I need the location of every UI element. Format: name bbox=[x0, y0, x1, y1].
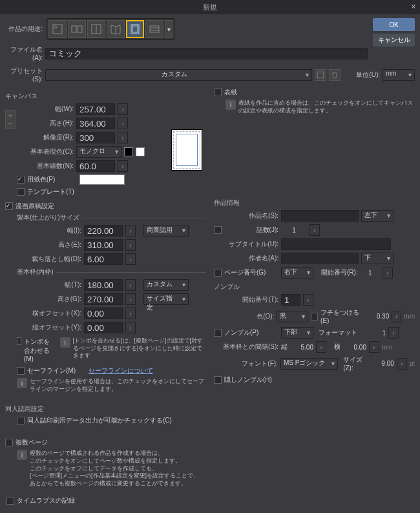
font-dropdown[interactable]: MS Pゴシック bbox=[280, 358, 338, 370]
gap-v-value: 5.00 bbox=[290, 344, 313, 351]
canvas-height-input[interactable] bbox=[76, 118, 115, 129]
edge-spin[interactable]: › bbox=[392, 311, 401, 322]
ok-button[interactable]: OK bbox=[373, 18, 415, 31]
canvas-height-label: 高さ(H): bbox=[22, 119, 74, 128]
usage-anim-icon[interactable] bbox=[145, 20, 163, 38]
frame-ox-spin[interactable]: › bbox=[125, 308, 136, 319]
bleed-spin[interactable]: › bbox=[125, 253, 136, 265]
canvas-lines-spin[interactable]: › bbox=[118, 160, 128, 172]
frame-oy-input[interactable] bbox=[84, 322, 123, 333]
size-spin[interactable]: › bbox=[397, 358, 407, 370]
episode-spin[interactable]: › bbox=[310, 224, 320, 236]
template-label: テンプレート(T) bbox=[27, 187, 74, 196]
bind-w-spin[interactable]: › bbox=[125, 225, 136, 236]
frame-oy-spin[interactable]: › bbox=[125, 322, 136, 333]
manga-checkbox[interactable] bbox=[5, 202, 13, 210]
multipage-checkbox[interactable] bbox=[5, 439, 13, 446]
cancel-button[interactable]: キャンセル bbox=[373, 34, 415, 47]
usage-illust-icon[interactable] bbox=[48, 20, 67, 38]
nombre-checkbox[interactable] bbox=[214, 329, 222, 337]
canvas-res-input[interactable] bbox=[76, 132, 115, 143]
usage-label: 作品の用途: bbox=[5, 25, 43, 34]
frame-h-spin[interactable]: › bbox=[125, 293, 136, 305]
canvas-width-input[interactable] bbox=[76, 103, 115, 115]
canvas-width-spin[interactable]: › bbox=[118, 103, 128, 115]
usage-book-icon[interactable] bbox=[107, 20, 125, 38]
doujin-title: 同人誌用設定 bbox=[5, 404, 415, 414]
nombre-start-input[interactable] bbox=[281, 294, 300, 306]
episode-checkbox[interactable] bbox=[214, 226, 222, 234]
safeline-checkbox[interactable] bbox=[17, 367, 25, 375]
preset-delete-icon[interactable] bbox=[329, 69, 341, 81]
workname-input[interactable] bbox=[281, 210, 359, 222]
startnum-spin[interactable]: › bbox=[383, 267, 393, 278]
frame-preset-dropdown[interactable]: カスタム bbox=[143, 279, 189, 291]
template-checkbox[interactable] bbox=[17, 188, 25, 196]
subtitle-input[interactable] bbox=[281, 238, 391, 250]
workname-pos-dropdown[interactable]: 左下 bbox=[361, 210, 394, 222]
paper-color-checkbox[interactable] bbox=[17, 176, 25, 183]
nombre-pos-dropdown[interactable]: 下部 bbox=[281, 327, 313, 339]
canvas-height-spin[interactable]: › bbox=[118, 118, 128, 129]
author-input[interactable] bbox=[281, 253, 359, 264]
doujin-check-checkbox[interactable] bbox=[17, 417, 25, 424]
hidden-nombre-label: 隠しノンブル(H) bbox=[224, 375, 272, 384]
gap-v-spin[interactable]: › bbox=[316, 341, 326, 353]
gap-h-spin[interactable]: › bbox=[369, 341, 379, 353]
svg-rect-11 bbox=[318, 72, 324, 78]
mm-unit: mm bbox=[404, 313, 415, 320]
swatch-white[interactable] bbox=[136, 147, 145, 156]
filename-label: ファイル名(A): bbox=[5, 45, 43, 61]
font-label: フォント(F): bbox=[214, 359, 278, 368]
bind-w-input[interactable] bbox=[84, 225, 123, 236]
canvas-lines-input[interactable] bbox=[76, 160, 115, 172]
window-title: 新規 bbox=[203, 3, 217, 12]
canvas-res-spin[interactable]: › bbox=[118, 132, 128, 143]
paper-color-swatch[interactable] bbox=[79, 174, 125, 185]
svg-rect-2 bbox=[72, 26, 76, 32]
nombre-start-spin[interactable]: › bbox=[303, 294, 313, 306]
canvas-color-dropdown[interactable]: モノクロ bbox=[76, 146, 121, 158]
usage-multi-icon[interactable] bbox=[68, 20, 86, 38]
usage-comic-icon[interactable] bbox=[126, 20, 144, 38]
safeline-link[interactable]: セーフラインについて bbox=[89, 366, 153, 375]
bind-h-input[interactable] bbox=[84, 239, 123, 251]
edge-checkbox[interactable] bbox=[311, 313, 318, 320]
unit-dropdown[interactable]: mm bbox=[383, 69, 415, 81]
frame-ox-input[interactable] bbox=[84, 308, 123, 319]
nombre-color-dropdown[interactable]: 黒 bbox=[277, 311, 308, 322]
frame-w-input[interactable] bbox=[84, 279, 123, 291]
unit-label: 単位(U): bbox=[356, 70, 380, 79]
format-label: フォーマット bbox=[319, 328, 357, 337]
mm-unit: mm bbox=[382, 344, 393, 351]
pagenum-checkbox[interactable] bbox=[214, 269, 222, 277]
hidden-nombre-checkbox[interactable] bbox=[214, 376, 222, 384]
bind-h-spin[interactable]: › bbox=[125, 239, 136, 251]
cover-checkbox[interactable] bbox=[214, 89, 222, 96]
timelapse-checkbox[interactable] bbox=[6, 497, 14, 505]
preset-dropdown[interactable]: カスタム bbox=[45, 69, 312, 81]
orientation-swap-icon[interactable] bbox=[5, 110, 16, 129]
filename-input[interactable] bbox=[45, 48, 368, 59]
bleed-input[interactable] bbox=[84, 253, 123, 265]
size-value: 9.00 bbox=[375, 360, 394, 367]
pagenum-pos-dropdown[interactable]: 右下 bbox=[281, 267, 313, 278]
size-spec-dropdown[interactable]: サイズ指定 bbox=[143, 293, 189, 305]
usage-dropdown-icon[interactable]: ▾ bbox=[165, 20, 173, 38]
close-icon[interactable]: × bbox=[411, 1, 416, 12]
subtitle-label: サブタイトル(U): bbox=[214, 240, 278, 249]
svg-rect-3 bbox=[78, 26, 82, 32]
frame-w-spin[interactable]: › bbox=[125, 279, 136, 291]
preset-save-icon[interactable] bbox=[315, 69, 326, 81]
author-pos-dropdown[interactable]: 下 bbox=[361, 253, 394, 264]
tombo-checkbox[interactable] bbox=[17, 337, 21, 345]
nombre-label: ノンブル(P) bbox=[224, 328, 278, 337]
usage-split-icon[interactable] bbox=[87, 20, 105, 38]
doujin-check-label: 同人誌印刷用データ出力が可能かチェックする(C) bbox=[27, 416, 172, 425]
format-spin[interactable]: › bbox=[388, 327, 399, 339]
bind-preset-dropdown[interactable]: 商業誌用 bbox=[143, 225, 189, 236]
frame-w-label: 幅(T): bbox=[17, 280, 81, 289]
workname-label: 作品名(S): bbox=[214, 211, 278, 220]
swatch-black[interactable] bbox=[124, 147, 133, 156]
frame-h-input[interactable] bbox=[84, 293, 123, 305]
